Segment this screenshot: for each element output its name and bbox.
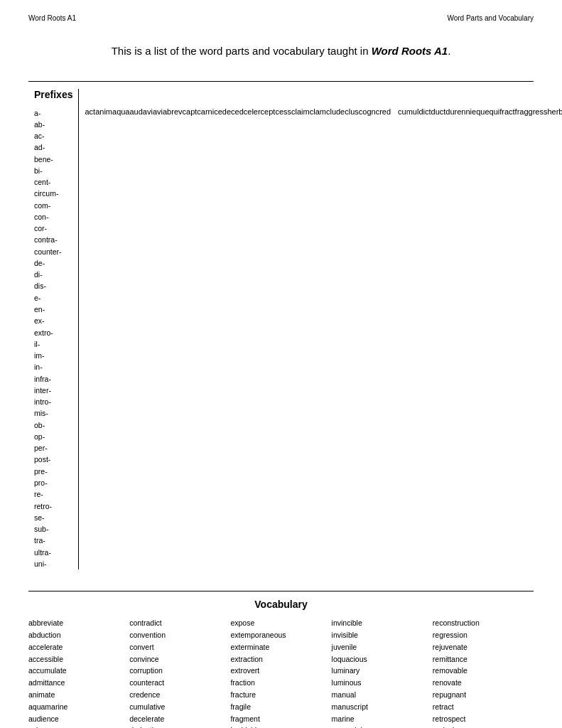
list-item: accessible	[28, 653, 129, 665]
list-item: decelerate	[129, 713, 230, 725]
list-item: extemporaneous	[230, 629, 331, 641]
list-item: cumul	[398, 107, 418, 116]
list-item: frag	[515, 107, 529, 116]
list-item: post-	[34, 454, 52, 465]
list-item: capt	[183, 107, 198, 116]
list-item: im-	[34, 350, 52, 361]
prefixes-title: Prefixes	[34, 89, 72, 100]
list-item: tra-	[34, 535, 52, 546]
list-item: counter-	[34, 246, 62, 257]
list-item: se-	[34, 512, 52, 523]
list-item: ac-	[34, 130, 62, 141]
list-item: contradict	[129, 617, 230, 629]
list-item: retro-	[34, 500, 52, 512]
list-item: clus	[345, 107, 359, 116]
list-item: dict	[418, 107, 431, 116]
list-item: corruption	[129, 665, 230, 677]
list-item: fracture	[230, 689, 331, 701]
list-item: celer	[244, 107, 261, 116]
list-item: pre-	[34, 466, 52, 477]
list-item: marine	[332, 713, 433, 725]
list-item: convert	[129, 641, 230, 653]
list-item: abduction	[28, 629, 129, 641]
list-item: in-	[34, 361, 52, 373]
list-item: loquacious	[332, 653, 433, 665]
list-item: accumulate	[28, 665, 129, 677]
list-item: animate	[28, 689, 129, 701]
list-item: exterminate	[230, 641, 331, 653]
list-item: cept	[261, 107, 276, 116]
list-item: cogn	[359, 107, 376, 116]
list-item: op-	[34, 431, 52, 442]
list-item: infra-	[34, 373, 52, 385]
list-item: re-	[34, 488, 52, 500]
list-item: invisible	[332, 629, 433, 641]
list-item: e-	[34, 292, 62, 304]
list-item: inter-	[34, 385, 52, 396]
roots-title: Roots	[85, 89, 562, 100]
list-item: fract	[499, 107, 514, 116]
prefixes-content: a-ab-ac-ad-bene-bi-cent-circum-com-con-c…	[34, 107, 72, 570]
list-item: con-	[34, 211, 62, 223]
list-item: audience	[28, 713, 129, 725]
roots-section: Roots actanimaquaaudaviaviabrevcaptcarni…	[79, 89, 562, 570]
list-item: extraction	[230, 653, 331, 665]
list-item: remittance	[433, 653, 534, 665]
list-item: memorial	[332, 724, 433, 728]
list-item: di-	[34, 269, 62, 280]
list-item: retrospect	[433, 713, 534, 725]
list-item: aud	[130, 107, 143, 116]
list-item: fraction	[230, 677, 331, 689]
list-item: ad-	[34, 141, 62, 153]
list-item: carni	[197, 107, 214, 116]
list-item: manuscript	[332, 701, 433, 713]
list-item: convention	[129, 629, 230, 641]
list-item: bi-	[34, 165, 62, 176]
list-item: avia	[153, 107, 167, 116]
list-item: clam	[310, 107, 326, 116]
list-item: intro-	[34, 396, 52, 407]
list-item: expose	[230, 617, 331, 629]
list-item: ced	[231, 107, 244, 116]
list-item: claim	[291, 107, 310, 116]
list-item: per-	[34, 442, 52, 454]
roots-content: actanimaquaaudaviaviabrevcaptcarnicedece…	[85, 107, 562, 116]
list-item: a-	[34, 107, 62, 119]
list-item: de-	[34, 257, 62, 269]
list-item: luminary	[332, 665, 433, 677]
list-item: aviary	[28, 724, 129, 728]
list-item: reconstruction	[433, 617, 534, 629]
list-item: rejuvenate	[433, 641, 534, 653]
list-item: cede	[214, 107, 231, 116]
list-item: uni-	[34, 558, 52, 569]
list-item: cor-	[34, 223, 62, 234]
list-item: fragment	[230, 713, 331, 725]
list-item: luminous	[332, 677, 433, 689]
vocab-col2: contradictconventionconvertconvincecorru…	[129, 617, 230, 728]
prefix-col2: il-im-in-infra-inter-intro-mis-ob-op-per…	[34, 338, 52, 569]
list-item: il-	[34, 338, 52, 350]
list-item: extrovert	[230, 665, 331, 677]
list-item: ex-	[34, 315, 62, 326]
list-item: juvenile	[332, 641, 433, 653]
list-item: extro-	[34, 327, 62, 338]
list-item: counteract	[129, 677, 230, 689]
list-item: anim	[95, 107, 112, 116]
page-header: Word Roots A1 Word Parts and Vocabulary	[28, 14, 534, 22]
list-item: brev	[167, 107, 182, 116]
list-item: mis-	[34, 407, 52, 419]
list-item: sub-	[34, 523, 52, 535]
header-right: Word Parts and Vocabulary	[447, 14, 534, 22]
list-item: ab-	[34, 119, 62, 130]
list-item: repugnant	[433, 689, 534, 701]
list-item: equ	[472, 107, 485, 116]
list-item: duct	[431, 107, 446, 116]
list-item: admittance	[28, 677, 129, 689]
list-item: clude	[326, 107, 345, 116]
list-item: cess	[275, 107, 291, 116]
list-item: dur	[445, 107, 457, 116]
list-item: regression	[433, 629, 534, 641]
list-item: convince	[129, 653, 230, 665]
list-item: aquamarine	[28, 701, 129, 713]
list-item: fragile	[230, 701, 331, 713]
